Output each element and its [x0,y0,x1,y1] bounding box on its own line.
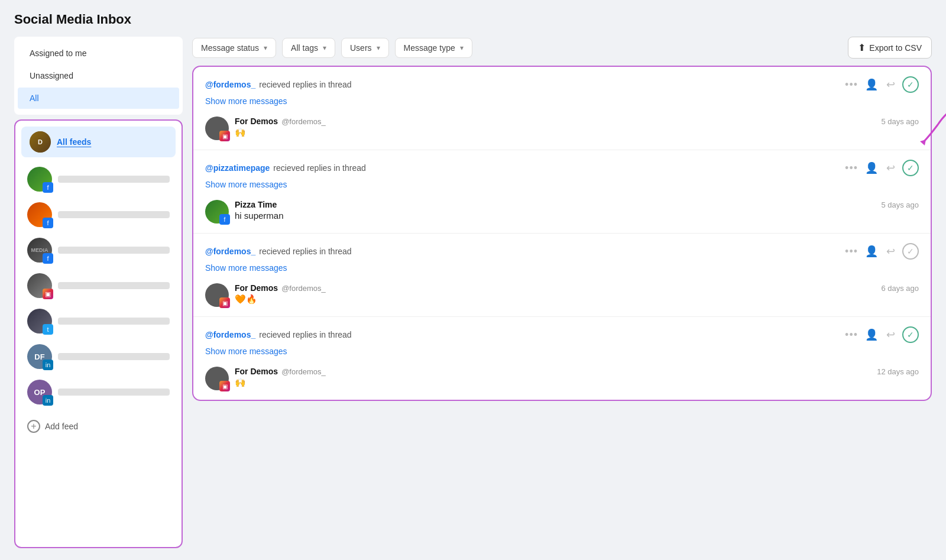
sender-name: Pizza Time [235,200,277,209]
assign-icon[interactable]: 👤 [864,77,879,92]
message-row: f Pizza Time 5 days ago hi superman [205,200,919,224]
feed-item[interactable]: f [21,198,176,232]
assign-icon[interactable]: 👤 [864,244,879,259]
feed-name-blur [58,318,170,325]
more-options-icon[interactable]: ••• [845,162,858,174]
message-meta: For Demos @fordemos_ 5 days ago [235,116,919,126]
feed-avatar: OP in [27,380,52,404]
message-time: 5 days ago [881,117,919,126]
unresolved-icon[interactable]: ✓ [902,243,919,260]
message-avatar: f [205,200,229,224]
message-row: ▣ For Demos @fordemos_ 6 days ago 🧡🔥 [205,283,919,307]
sidebar-item-assigned[interactable]: Assigned to me [18,43,179,64]
feeds-box: D All feeds f [14,119,183,548]
thread-user-link[interactable]: @pizzatimepage [205,163,270,173]
sender-handle: @fordemos_ [281,117,326,126]
feed-badge-li: in [43,360,53,370]
feed-badge-ig: ▣ [43,289,53,299]
reply-icon[interactable]: ↩ [885,160,896,176]
feed-badge-tw: t [43,324,53,335]
show-more-messages-link[interactable]: Show more messages [205,96,287,106]
message-text: 🙌 [235,377,919,388]
thread-description: recieved replies in thread [273,163,365,173]
thread-description: recieved replies in thread [259,80,351,89]
message-status-label: Message status [201,43,259,53]
show-more-messages-link[interactable]: Show more messages [205,180,287,189]
sender-handle: @fordemos_ [281,367,326,376]
more-options-icon[interactable]: ••• [845,79,858,91]
arrow-annotation [914,101,946,150]
thread-user-link[interactable]: @fordemos_ [205,247,255,256]
feed-item[interactable]: OP in [21,375,176,409]
feed-item[interactable]: DF in [21,339,176,374]
users-filter[interactable]: Users ▾ [341,38,389,58]
message-row: ▣ For Demos @fordemos_ 12 days ago 🙌 [205,367,919,390]
feed-badge-fb: f [43,253,53,264]
assign-icon[interactable]: 👤 [864,160,879,176]
platform-badge-fb: f [219,214,230,225]
message-avatar: ▣ [205,367,229,390]
more-options-icon[interactable]: ••• [845,329,858,341]
thread-user-link[interactable]: @fordemos_ [205,80,255,89]
feed-item[interactable]: MEDIA f [21,233,176,267]
message-thread: @pizzatimepage recieved replies in threa… [193,150,931,234]
users-label: Users [350,43,372,53]
reply-icon[interactable]: ↩ [885,327,896,342]
message-avatar: ▣ [205,283,229,307]
message-avatar: ▣ [205,116,229,140]
more-options-icon[interactable]: ••• [845,245,858,258]
add-feed-button[interactable]: + Add feed [15,414,182,439]
sidebar-item-unassigned[interactable]: Unassigned [18,65,179,86]
sidebar-item-all[interactable]: All [18,88,179,109]
page-title: Social Media Inbox [14,12,932,27]
feed-avatar: MEDIA f [27,238,52,263]
reply-icon[interactable]: ↩ [885,77,896,92]
feed-badge-fb: f [43,218,53,228]
thread-actions: ••• 👤 ↩ ✓ [845,243,919,260]
chevron-down-icon: ▾ [460,44,464,52]
message-type-filter[interactable]: Message type ▾ [395,38,472,58]
resolved-icon[interactable]: ✓ [902,76,919,93]
thread-header: @fordemos_ recieved replies in thread ••… [205,76,919,93]
sidebar-nav: Assigned to me Unassigned All [14,37,183,115]
sender-name: For Demos [235,367,278,376]
resolved-icon[interactable]: ✓ [902,326,919,343]
all-feeds-header[interactable]: D All feeds [21,127,176,157]
reply-icon[interactable]: ↩ [885,244,896,259]
thread-user-link[interactable]: @fordemos_ [205,330,255,339]
feed-avatar: f [27,167,52,192]
feeds-avatar-img: D [30,131,51,153]
chevron-down-icon: ▾ [264,44,267,52]
thread-description: recieved replies in thread [259,247,351,256]
thread-actions: ••• 👤 ↩ ✓ [845,160,919,176]
assign-icon[interactable]: 👤 [864,327,879,342]
feed-item[interactable]: ▣ [21,268,176,303]
message-row: ▣ For Demos @fordemos_ 5 days ago 🙌 [205,116,919,140]
message-time: 12 days ago [877,367,919,376]
thread-header: @fordemos_ recieved replies in thread ••… [205,243,919,260]
feed-name-blur [58,353,170,360]
platform-badge-ig: ▣ [219,297,230,308]
message-time: 6 days ago [881,284,919,293]
all-tags-filter[interactable]: All tags ▾ [282,38,335,58]
thread-header: @fordemos_ recieved replies in thread ••… [205,326,919,343]
message-status-filter[interactable]: Message status ▾ [192,38,276,58]
feed-item[interactable]: t [21,304,176,338]
thread-header: @pizzatimepage recieved replies in threa… [205,160,919,176]
message-text: 🙌 [235,127,919,138]
export-label: Export to CSV [869,43,922,53]
export-csv-button[interactable]: ⬆ Export to CSV [848,37,932,59]
feed-name-blur [58,389,170,396]
message-body: Pizza Time 5 days ago hi superman [235,200,919,221]
message-meta: For Demos @fordemos_ 12 days ago [235,367,919,376]
messages-outer: @fordemos_ recieved replies in thread ••… [192,66,932,401]
right-panel: Message status ▾ All tags ▾ Users ▾ Mess… [192,37,932,548]
feed-name-blur [58,282,170,289]
show-more-messages-link[interactable]: Show more messages [205,347,287,356]
export-icon: ⬆ [858,42,866,53]
feeds-header-label: All feeds [57,137,91,147]
feed-item[interactable]: f [21,162,176,196]
sender-name: For Demos [235,116,278,126]
resolved-icon[interactable]: ✓ [902,160,919,176]
show-more-messages-link[interactable]: Show more messages [205,263,287,273]
